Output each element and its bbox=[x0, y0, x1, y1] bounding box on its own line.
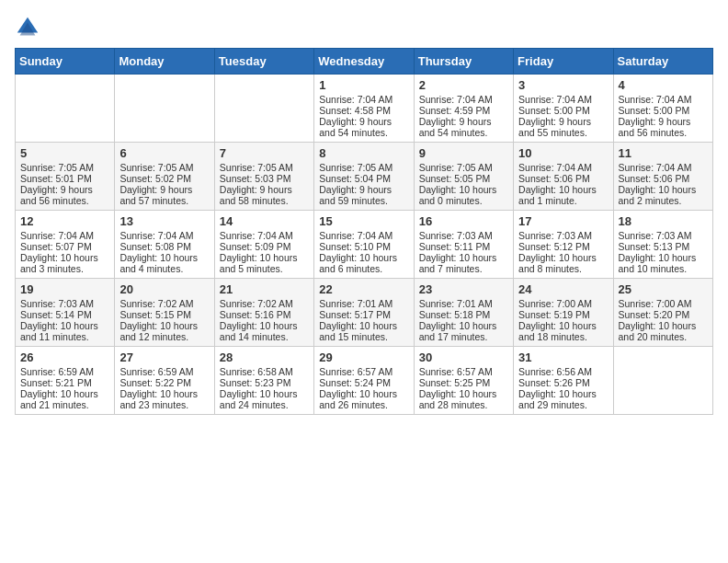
sunset-text: Sunset: 5:22 PM bbox=[119, 377, 209, 388]
sunrise-text: Sunrise: 7:01 AM bbox=[419, 298, 508, 309]
sunrise-text: Sunrise: 6:59 AM bbox=[119, 366, 209, 377]
sunrise-text: Sunrise: 7:04 AM bbox=[220, 230, 309, 241]
day-number: 26 bbox=[20, 350, 109, 364]
sunrise-text: Sunrise: 7:00 AM bbox=[619, 298, 708, 309]
calendar-cell: 5Sunrise: 7:05 AMSunset: 5:01 PMDaylight… bbox=[16, 143, 115, 211]
sunset-text: Sunset: 5:15 PM bbox=[119, 309, 209, 320]
sunset-text: Sunset: 5:18 PM bbox=[419, 309, 508, 320]
day-number: 12 bbox=[20, 214, 109, 228]
day-number: 16 bbox=[419, 214, 508, 228]
sunrise-text: Sunrise: 7:04 AM bbox=[20, 230, 109, 241]
calendar-cell: 18Sunrise: 7:03 AMSunset: 5:13 PMDayligh… bbox=[613, 211, 712, 279]
sunset-text: Sunset: 5:04 PM bbox=[319, 173, 408, 184]
daylight-text: Daylight: 10 hours and 15 minutes. bbox=[319, 320, 408, 342]
calendar-cell: 13Sunrise: 7:04 AMSunset: 5:08 PMDayligh… bbox=[115, 211, 214, 279]
sunrise-text: Sunrise: 7:04 AM bbox=[119, 230, 209, 241]
calendar-cell: 30Sunrise: 6:57 AMSunset: 5:25 PMDayligh… bbox=[414, 347, 513, 415]
sunrise-text: Sunrise: 7:04 AM bbox=[319, 94, 408, 105]
daylight-text: Daylight: 9 hours and 56 minutes. bbox=[619, 116, 708, 138]
calendar-cell bbox=[115, 75, 214, 143]
sunrise-text: Sunrise: 6:59 AM bbox=[20, 366, 109, 377]
daylight-text: Daylight: 10 hours and 29 minutes. bbox=[518, 388, 608, 410]
daylight-text: Daylight: 10 hours and 8 minutes. bbox=[518, 252, 608, 274]
sunrise-text: Sunrise: 7:05 AM bbox=[319, 162, 408, 173]
calendar-week-row: 12Sunrise: 7:04 AMSunset: 5:07 PMDayligh… bbox=[16, 211, 713, 279]
calendar-cell: 24Sunrise: 7:00 AMSunset: 5:19 PMDayligh… bbox=[514, 279, 613, 347]
day-number: 19 bbox=[20, 282, 109, 296]
day-number: 9 bbox=[419, 146, 508, 160]
sunset-text: Sunset: 5:17 PM bbox=[319, 309, 408, 320]
sunrise-text: Sunrise: 7:05 AM bbox=[220, 162, 309, 173]
sunrise-text: Sunrise: 7:03 AM bbox=[518, 230, 608, 241]
day-number: 23 bbox=[419, 282, 508, 296]
daylight-text: Daylight: 10 hours and 24 minutes. bbox=[220, 388, 309, 410]
daylight-text: Daylight: 10 hours and 1 minute. bbox=[518, 184, 608, 206]
calendar-cell: 3Sunrise: 7:04 AMSunset: 5:00 PMDaylight… bbox=[514, 75, 613, 143]
daylight-text: Daylight: 10 hours and 11 minutes. bbox=[20, 320, 109, 342]
daylight-text: Daylight: 10 hours and 2 minutes. bbox=[619, 184, 708, 206]
calendar-cell: 2Sunrise: 7:04 AMSunset: 4:59 PMDaylight… bbox=[414, 75, 513, 143]
day-number: 8 bbox=[319, 146, 408, 160]
sunrise-text: Sunrise: 7:04 AM bbox=[619, 94, 708, 105]
calendar-header-row: SundayMondayTuesdayWednesdayThursdayFrid… bbox=[16, 49, 713, 75]
sunset-text: Sunset: 5:26 PM bbox=[518, 377, 608, 388]
day-number: 29 bbox=[319, 350, 408, 364]
daylight-text: Daylight: 10 hours and 0 minutes. bbox=[419, 184, 508, 206]
calendar-cell: 12Sunrise: 7:04 AMSunset: 5:07 PMDayligh… bbox=[16, 211, 115, 279]
daylight-text: Daylight: 10 hours and 4 minutes. bbox=[119, 252, 209, 274]
sunrise-text: Sunrise: 7:01 AM bbox=[319, 298, 408, 309]
day-of-week-header: Friday bbox=[514, 49, 613, 75]
daylight-text: Daylight: 9 hours and 58 minutes. bbox=[220, 184, 309, 206]
daylight-text: Daylight: 9 hours and 55 minutes. bbox=[518, 116, 608, 138]
sunset-text: Sunset: 5:11 PM bbox=[419, 241, 508, 252]
sunset-text: Sunset: 5:00 PM bbox=[619, 105, 708, 116]
sunrise-text: Sunrise: 7:05 AM bbox=[20, 162, 109, 173]
calendar-cell: 22Sunrise: 7:01 AMSunset: 5:17 PMDayligh… bbox=[314, 279, 414, 347]
sunset-text: Sunset: 4:59 PM bbox=[419, 105, 508, 116]
daylight-text: Daylight: 9 hours and 56 minutes. bbox=[20, 184, 109, 206]
sunrise-text: Sunrise: 7:03 AM bbox=[419, 230, 508, 241]
calendar-cell: 1Sunrise: 7:04 AMSunset: 4:58 PMDaylight… bbox=[314, 75, 414, 143]
sunrise-text: Sunrise: 7:04 AM bbox=[619, 162, 708, 173]
daylight-text: Daylight: 10 hours and 12 minutes. bbox=[119, 320, 209, 342]
day-number: 7 bbox=[220, 146, 309, 160]
calendar-cell: 20Sunrise: 7:02 AMSunset: 5:15 PMDayligh… bbox=[115, 279, 214, 347]
calendar-cell: 10Sunrise: 7:04 AMSunset: 5:06 PMDayligh… bbox=[514, 143, 613, 211]
sunset-text: Sunset: 5:00 PM bbox=[518, 105, 608, 116]
sunrise-text: Sunrise: 7:02 AM bbox=[119, 298, 209, 309]
day-of-week-header: Tuesday bbox=[214, 49, 313, 75]
sunset-text: Sunset: 5:07 PM bbox=[20, 241, 109, 252]
daylight-text: Daylight: 10 hours and 14 minutes. bbox=[220, 320, 309, 342]
calendar-cell: 27Sunrise: 6:59 AMSunset: 5:22 PMDayligh… bbox=[115, 347, 214, 415]
sunset-text: Sunset: 5:08 PM bbox=[119, 241, 209, 252]
daylight-text: Daylight: 10 hours and 21 minutes. bbox=[20, 388, 109, 410]
calendar-cell: 25Sunrise: 7:00 AMSunset: 5:20 PMDayligh… bbox=[613, 279, 712, 347]
sunset-text: Sunset: 5:06 PM bbox=[518, 173, 608, 184]
calendar-cell: 26Sunrise: 6:59 AMSunset: 5:21 PMDayligh… bbox=[16, 347, 115, 415]
day-number: 14 bbox=[220, 214, 309, 228]
calendar-week-row: 19Sunrise: 7:03 AMSunset: 5:14 PMDayligh… bbox=[16, 279, 713, 347]
daylight-text: Daylight: 10 hours and 28 minutes. bbox=[419, 388, 508, 410]
sunrise-text: Sunrise: 7:00 AM bbox=[518, 298, 608, 309]
sunrise-text: Sunrise: 7:05 AM bbox=[119, 162, 209, 173]
sunset-text: Sunset: 5:03 PM bbox=[220, 173, 309, 184]
daylight-text: Daylight: 9 hours and 59 minutes. bbox=[319, 184, 408, 206]
calendar-cell bbox=[16, 75, 115, 143]
day-number: 5 bbox=[20, 146, 109, 160]
day-number: 1 bbox=[319, 78, 408, 92]
sunset-text: Sunset: 5:05 PM bbox=[419, 173, 508, 184]
day-number: 11 bbox=[619, 146, 708, 160]
sunset-text: Sunset: 5:06 PM bbox=[619, 173, 708, 184]
day-number: 28 bbox=[220, 350, 309, 364]
calendar-cell: 29Sunrise: 6:57 AMSunset: 5:24 PMDayligh… bbox=[314, 347, 414, 415]
sunset-text: Sunset: 5:02 PM bbox=[119, 173, 209, 184]
sunset-text: Sunset: 5:25 PM bbox=[419, 377, 508, 388]
sunrise-text: Sunrise: 7:05 AM bbox=[419, 162, 508, 173]
sunset-text: Sunset: 5:21 PM bbox=[20, 377, 109, 388]
sunset-text: Sunset: 5:01 PM bbox=[20, 173, 109, 184]
sunset-text: Sunset: 5:09 PM bbox=[220, 241, 309, 252]
calendar-table: SundayMondayTuesdayWednesdayThursdayFrid… bbox=[15, 48, 713, 415]
calendar-cell bbox=[613, 347, 712, 415]
calendar-cell: 28Sunrise: 6:58 AMSunset: 5:23 PMDayligh… bbox=[214, 347, 313, 415]
daylight-text: Daylight: 10 hours and 3 minutes. bbox=[20, 252, 109, 274]
